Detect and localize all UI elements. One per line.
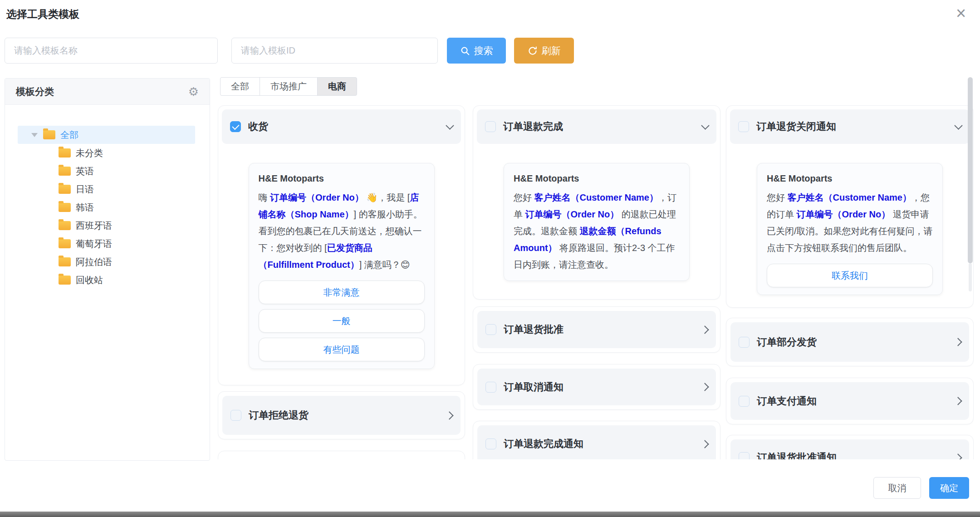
template-variable: 订单编号（Order No） [270,192,364,202]
template-checkbox[interactable] [739,396,750,407]
tab-全部[interactable]: 全部 [220,77,260,96]
template-checkbox[interactable] [230,121,241,132]
tree-item-label: 未分类 [76,147,103,159]
tree-item-label: 英语 [76,165,94,177]
tree-item-韩语[interactable]: 韩语 [5,198,210,217]
tree-item-英语[interactable]: 英语 [5,162,210,180]
tree-item-回收站[interactable]: 回收站 [5,271,210,289]
template-variable: 订单编号（Order No） [525,209,619,219]
template-checkbox[interactable] [485,438,496,449]
search-button[interactable]: 搜索 [447,38,506,64]
content-scrollbar-track [969,263,972,291]
chevron-right-icon[interactable] [445,411,453,419]
template-column: 订单退货关闭通知H&E Motoparts您好 客户姓名（Customer Na… [726,105,974,459]
message-sender: H&E Motoparts [767,173,933,184]
tab-市场推广[interactable]: 市场推广 [260,77,318,96]
template-checkbox[interactable] [485,324,496,335]
message-sender: H&E Motoparts [514,173,680,184]
chevron-down-icon[interactable] [446,121,454,129]
page-title: 选择工具类模板 [6,7,79,21]
template-checkbox[interactable] [485,382,496,393]
bottom-bar [0,512,980,517]
template-card-title: 收货 [248,120,268,133]
template-card-title: 订单退货批准通知 [757,451,837,459]
quick-reply-button: 有些问题 [259,338,425,361]
template-card-header[interactable]: 订单退货关闭通知 [730,109,970,144]
template-card-header[interactable]: 订单退款完成通知 [477,425,716,459]
template-checkbox[interactable] [485,121,496,132]
template-card-header[interactable]: 订单拒绝退货 [222,396,461,435]
tree-item-label: 阿拉伯语 [76,256,112,268]
confirm-button[interactable]: 确定 [929,477,969,499]
template-card: 订单拒绝退货 [218,391,465,439]
template-column: 收货H&E Motoparts嗨 订单编号（Order No） 👋，我是 [店铺… [218,105,465,459]
cancel-button[interactable]: 取消 [873,477,921,499]
tree-item-label: 日语 [76,183,94,196]
template-card: 订单退货关闭通知H&E Motoparts您好 客户姓名（Customer Na… [726,105,974,308]
refresh-button[interactable]: 刷新 [514,38,574,64]
search-button-label: 搜索 [474,44,493,57]
template-card-body: H&E Motoparts您好 客户姓名（Customer Name），订单 订… [473,148,720,281]
search-icon [460,46,470,56]
folder-icon [59,167,71,176]
template-card-header[interactable]: 订单支付通知 [730,382,969,420]
content-scrollbar[interactable] [968,77,973,263]
template-card-header[interactable]: 订单取消通知 [477,369,716,405]
folder-icon [59,221,71,230]
template-card: 订单退款完成H&E Motoparts您好 客户姓名（Customer Name… [473,105,720,300]
message-preview: H&E Motoparts您好 客户姓名（Customer Name），您的订单… [757,163,943,295]
template-card-header[interactable]: 订单退款完成 [477,109,716,144]
tab-bar: 全部市场推广电商 [220,77,357,96]
template-checkbox[interactable] [230,410,241,421]
tree-item-日语[interactable]: 日语 [5,180,210,198]
template-checkbox[interactable] [738,121,749,132]
contact-us-button: 联系我们 [767,264,933,287]
caret-down-icon[interactable] [31,133,38,137]
category-panel-header: 模板分类 ⚙ [5,79,210,105]
template-card-title: 订单退款完成 [503,120,563,133]
template-card-title: 订单拒绝退货 [249,409,309,422]
tree-item-root[interactable]: 全部 [18,126,195,144]
template-card: 订单退款完成通知 [473,421,720,459]
close-icon[interactable]: × [951,5,971,25]
chevron-down-icon[interactable] [954,121,962,129]
tree-item-葡萄牙语[interactable]: 葡萄牙语 [5,235,210,253]
chevron-right-icon[interactable] [954,397,962,405]
template-card-header[interactable]: 收货 [222,109,461,144]
template-card-header[interactable]: 订单部分发货 [730,322,969,362]
template-card: 订单部分发货 [726,318,974,366]
chevron-right-icon[interactable] [954,453,962,459]
template-id-input[interactable] [231,38,438,64]
template-card: 订单退货批准 [473,306,720,353]
tree-item-label: 韩语 [76,202,94,214]
template-card: 订单取消通知 [473,364,720,410]
template-card-header[interactable]: 订单退货批准 [477,311,716,348]
tab-电商[interactable]: 电商 [317,77,357,96]
template-card-title: 订单支付通知 [757,394,817,408]
tree-item-label: 葡萄牙语 [76,238,112,250]
template-name-input[interactable] [5,38,218,64]
tree-item-西班牙语[interactable]: 西班牙语 [5,217,210,235]
template-card: 订单支付通知 [726,378,974,424]
tree-item-阿拉伯语[interactable]: 阿拉伯语 [5,253,210,271]
chevron-right-icon[interactable] [701,440,709,448]
template-card-title: 订单取消通知 [504,380,564,394]
chevron-right-icon[interactable] [701,383,709,391]
gear-icon[interactable]: ⚙ [188,86,199,98]
chevron-right-icon[interactable] [701,325,709,334]
tree-item-未分类[interactable]: 未分类 [5,144,210,162]
quick-reply-button: 一般 [259,309,425,333]
category-panel-title: 模板分类 [16,85,54,98]
template-variable: 客户姓名（Customer Name） [788,192,911,202]
template-card-header[interactable]: 订单退货批准通知 [730,439,969,459]
template-card [218,451,465,459]
quick-reply-button: 非常满意 [259,281,425,304]
template-checkbox[interactable] [739,337,750,348]
chevron-right-icon[interactable] [954,338,962,346]
template-checkbox[interactable] [739,452,750,459]
tree-item-label: 回收站 [76,274,103,286]
chevron-down-icon[interactable] [701,121,709,129]
tree-item-label: 全部 [60,129,78,141]
message-preview: H&E Motoparts嗨 订单编号（Order No） 👋，我是 [店铺名称… [249,163,435,369]
message-sender: H&E Motoparts [259,173,425,184]
